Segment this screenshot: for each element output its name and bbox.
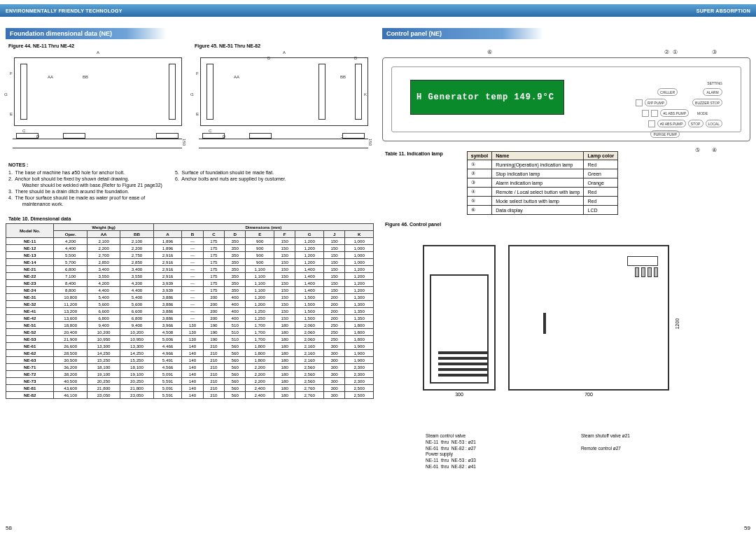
- btn-purge[interactable]: PURGE PUMP: [650, 130, 680, 138]
- control-panel-figure: H Generator temp 149.9°C SETTING CHILLER…: [382, 57, 750, 141]
- callout-5: ⑤: [695, 147, 700, 153]
- btn-buzzer[interactable]: BUZZER STOP: [692, 99, 722, 106]
- header-band: ENVIRONMENTALLY FRIENDLY TECHNOLOGY SUPE…: [0, 4, 756, 17]
- figure-46: 300 700 1200: [423, 245, 750, 397]
- btn-local[interactable]: LOCAL: [706, 120, 722, 127]
- dimensional-table: Model No. Weight (kg) Dimensions (mm) Op…: [6, 223, 374, 399]
- callout-1: ①: [673, 49, 678, 55]
- table11-caption: Table 11. Indication lamp: [385, 151, 443, 156]
- page-right: 59: [744, 525, 750, 531]
- indication-lamp-table: symbolNameLamp color ①Running(Operation)…: [467, 151, 618, 215]
- nav-left[interactable]: [642, 110, 649, 117]
- notes: NOTES : 1. The base of machine has ø50 h…: [8, 162, 371, 208]
- control-box-front: [508, 245, 669, 391]
- header-left: ENVIRONMENTALLY FRIENDLY TECHNOLOGY: [6, 8, 122, 13]
- callout-4: ④: [712, 147, 717, 153]
- nav-down[interactable]: [648, 120, 655, 127]
- btn-alarm[interactable]: ALARM: [703, 88, 722, 96]
- btn-rp[interactable]: R/P PUMP: [645, 99, 667, 106]
- btn-abs1[interactable]: #1 ABS.PUMP: [660, 109, 689, 117]
- figure-45: A BB AABB GFE KC DJ 150: [192, 50, 374, 155]
- section-foundation: Foundation dimensional data (NE): [6, 28, 167, 39]
- right-page: Control panel (NE) ⑥ ② ① ③ H Generator t…: [382, 21, 750, 470]
- btn-abs2[interactable]: #2 ABS.PUMP: [657, 120, 686, 127]
- fig44-caption: Figure 44. NE-11 Thru NE-42: [8, 43, 188, 48]
- pipe-notes: Steam control valve NE-11 thru NE-53 : ø…: [426, 433, 750, 470]
- nav-right[interactable]: [651, 110, 658, 117]
- fig45-caption: Figure 45. NE-51 Thru NE-82: [195, 43, 374, 48]
- control-buttons: SETTING CHILLERALARM R/P PUMPBUZZER STOP…: [585, 81, 722, 120]
- callout-2: ②: [664, 49, 669, 55]
- btn-stop[interactable]: STOP: [688, 120, 704, 127]
- header-right: SUPER ABSORPTION: [696, 8, 750, 13]
- btn-chiller[interactable]: CHILLER: [657, 88, 678, 96]
- figure-44: A AABB GFE CD 150: [6, 50, 188, 155]
- callout-6: ⑥: [487, 49, 492, 55]
- left-page: Foundation dimensional data (NE) Figure …: [6, 21, 374, 470]
- nav-up[interactable]: [636, 99, 643, 106]
- lcd-display: H Generator temp 149.9°C: [410, 80, 564, 115]
- page-left: 58: [6, 525, 12, 531]
- control-box-side: [423, 245, 496, 391]
- section-control-panel: Control panel (NE): [382, 28, 543, 39]
- table10-caption: Table 10. Dimensional data: [8, 216, 371, 221]
- callout-3: ③: [712, 49, 717, 55]
- fig46-caption: Figure 46. Control panel: [385, 222, 748, 227]
